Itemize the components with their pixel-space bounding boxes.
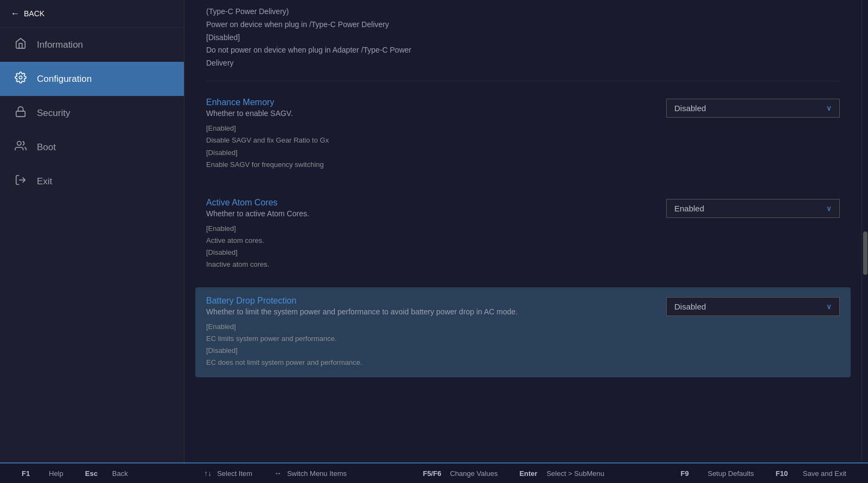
footer-right-right: F9 Setup Defaults F10 Save and Exit <box>680 469 846 478</box>
svg-rect-1 <box>16 111 25 117</box>
footer-left: F1 Help Esc Back <box>22 469 128 478</box>
footer-f5f6: F5/F6 Change Values <box>423 469 497 478</box>
dropdown-arrow-enhance-memory: ∨ <box>826 104 832 112</box>
footer: F1 Help Esc Back ↑↓ Select Item ↔ Switch… <box>0 462 868 483</box>
footer-f9-label: Setup Defaults <box>707 469 754 478</box>
footer-updown-icon: ↑↓ <box>204 469 212 478</box>
back-button[interactable]: ← BACK <box>0 0 184 28</box>
setting-right-battery-drop-protection: Disabled∨ <box>650 296 840 316</box>
setting-row-battery-drop-protection: Battery Drop ProtectionWhether to limit … <box>206 296 840 369</box>
dropdown-enhance-memory[interactable]: Disabled∨ <box>666 99 840 118</box>
footer-enter-label: Select > SubMenu <box>546 469 604 478</box>
setting-right-enhance-memory: Disabled∨ <box>650 98 840 118</box>
footer-esc: Esc Back <box>85 469 128 478</box>
footer-center: ↑↓ Select Item ↔ Switch Menu Items <box>204 469 347 478</box>
footer-f9: F9 Setup Defaults <box>680 469 754 478</box>
dropdown-arrow-active-atom-cores: ∨ <box>826 204 832 212</box>
footer-enter-key: Enter <box>519 469 541 478</box>
top-line-2: Power on device when plug in /Type-C Pow… <box>206 18 840 31</box>
top-line-3: [Disabled] <box>206 31 840 44</box>
setting-row-active-atom-cores: Active Atom CoresWhether to active Atom … <box>206 198 840 271</box>
footer-esc-label: Back <box>112 469 128 478</box>
back-arrow-icon: ← <box>11 9 20 18</box>
setting-desc-active-atom-cores: Whether to active Atom Cores. <box>206 208 650 220</box>
footer-select-item: ↑↓ Select Item <box>204 469 252 478</box>
setting-desc-battery-drop-protection: Whether to limit the system power and pe… <box>206 306 650 318</box>
setting-row-enhance-memory: Enhance MemoryWhether to enable SAGV.[En… <box>206 98 840 171</box>
footer-f5f6-label: Change Values <box>450 469 497 478</box>
setting-title-enhance-memory: Enhance Memory <box>206 98 650 107</box>
footer-leftright-icon: ↔ <box>274 469 282 478</box>
footer-f10-label: Save and Exit <box>803 469 846 478</box>
nav-menu: InformationConfigurationSecurityBootExit <box>0 28 184 198</box>
settings-list: Enhance MemoryWhether to enable SAGV.[En… <box>206 87 840 377</box>
footer-f1-label: Help <box>49 469 63 478</box>
back-label: BACK <box>24 9 44 18</box>
boot-label: Boot <box>37 142 56 153</box>
dropdown-battery-drop-protection[interactable]: Disabled∨ <box>666 297 840 316</box>
sidebar-item-boot[interactable]: Boot <box>0 130 184 164</box>
sidebar-item-configuration[interactable]: Configuration <box>0 62 184 96</box>
top-line-5: Delivery <box>206 57 840 70</box>
setting-block-active-atom-cores: Active Atom CoresWhether to active Atom … <box>206 187 840 271</box>
scrollbar[interactable] <box>861 0 868 462</box>
footer-f9-key: F9 <box>680 469 702 478</box>
setting-desc-enhance-memory: Whether to enable SAGV. <box>206 107 650 119</box>
footer-right-left: F5/F6 Change Values Enter Select > SubMe… <box>423 469 604 478</box>
dropdown-active-atom-cores[interactable]: Enabled∨ <box>666 199 840 218</box>
sidebar: ← BACK InformationConfigurationSecurityB… <box>0 0 184 462</box>
dropdown-arrow-battery-drop-protection: ∨ <box>826 302 832 311</box>
configuration-icon <box>13 72 28 86</box>
top-content: (Type-C Power Delivery) Power on device … <box>206 0 840 81</box>
footer-f5f6-key: F5/F6 <box>423 469 444 478</box>
scrollbar-thumb <box>863 231 867 275</box>
dropdown-value-battery-drop-protection: Disabled <box>674 302 706 311</box>
setting-options-enhance-memory: [Enabled] Disable SAGV and fix Gear Rati… <box>206 123 650 170</box>
content-area[interactable]: (Type-C Power Delivery) Power on device … <box>184 0 861 462</box>
configuration-label: Configuration <box>37 74 92 85</box>
security-label: Security <box>37 108 70 119</box>
footer-select-item-label: Select Item <box>217 469 252 478</box>
setting-block-battery-drop-protection: Battery Drop ProtectionWhether to limit … <box>195 287 851 378</box>
setting-content-enhance-memory: Enhance MemoryWhether to enable SAGV.[En… <box>206 98 650 171</box>
sidebar-item-exit[interactable]: Exit <box>0 164 184 198</box>
dropdown-value-enhance-memory: Disabled <box>674 104 706 113</box>
setting-content-battery-drop-protection: Battery Drop ProtectionWhether to limit … <box>206 296 650 369</box>
boot-icon <box>13 140 28 154</box>
footer-esc-key: Esc <box>85 469 107 478</box>
setting-options-active-atom-cores: [Enabled] Active atom cores. [Disabled] … <box>206 223 650 271</box>
sidebar-item-information[interactable]: Information <box>0 28 184 62</box>
top-line-4: Do not power on device when plug in Adap… <box>206 44 840 57</box>
information-label: Information <box>37 40 83 50</box>
setting-options-battery-drop-protection: [Enabled] EC limits system power and per… <box>206 321 650 369</box>
svg-point-0 <box>19 76 22 79</box>
footer-enter: Enter Select > SubMenu <box>519 469 604 478</box>
information-icon <box>13 37 28 52</box>
footer-f10: F10 Save and Exit <box>776 469 846 478</box>
setting-title-battery-drop-protection: Battery Drop Protection <box>206 296 650 306</box>
setting-content-active-atom-cores: Active Atom CoresWhether to active Atom … <box>206 198 650 271</box>
footer-switch-menu-label: Switch Menu Items <box>287 469 347 478</box>
sidebar-item-security[interactable]: Security <box>0 96 184 130</box>
top-line-1: (Type-C Power Delivery) <box>206 5 840 18</box>
footer-switch-menu: ↔ Switch Menu Items <box>274 469 347 478</box>
exit-icon <box>13 174 28 189</box>
setting-right-active-atom-cores: Enabled∨ <box>650 198 840 218</box>
exit-label: Exit <box>37 176 52 187</box>
security-icon <box>13 106 28 120</box>
footer-f10-key: F10 <box>776 469 797 478</box>
setting-title-active-atom-cores: Active Atom Cores <box>206 198 650 208</box>
footer-f1: F1 Help <box>22 469 63 478</box>
svg-point-2 <box>17 141 21 145</box>
setting-block-enhance-memory: Enhance MemoryWhether to enable SAGV.[En… <box>206 87 840 171</box>
dropdown-value-active-atom-cores: Enabled <box>674 204 704 213</box>
footer-f1-key: F1 <box>22 469 43 478</box>
